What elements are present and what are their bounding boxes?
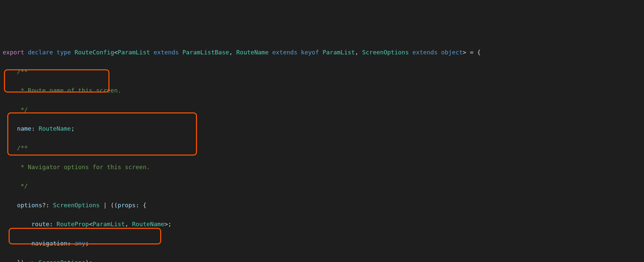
comment-line: */	[3, 181, 641, 191]
keyword-keyof: keyof	[301, 49, 319, 56]
code-line: }) => ScreenOptions);	[3, 258, 641, 262]
type-ref: ParamList	[323, 49, 355, 56]
type-ref: ParamList	[93, 221, 125, 228]
property-name: options	[17, 202, 42, 209]
generic-param: ParamList	[118, 49, 150, 56]
punct: > = {	[463, 49, 481, 56]
keyword-object: object	[441, 49, 463, 56]
keyword-type: type	[57, 49, 71, 56]
generic-param: RouteName	[236, 49, 269, 56]
keyword-extends: extends	[413, 49, 438, 56]
property-name: navigation	[32, 240, 67, 247]
type-identifier: RouteConfig	[75, 49, 114, 56]
type-ref: ScreenOptions	[38, 259, 85, 262]
keyword-export: export	[3, 49, 24, 56]
code-line: navigation: any;	[3, 239, 641, 248]
code-line: options?: ScreenOptions | ((props: {	[3, 201, 641, 210]
code-line: export declare type RouteConfig<ParamLis…	[3, 48, 641, 57]
keyword-any: any	[75, 240, 86, 247]
type-ref: RouteName	[38, 125, 71, 132]
comment-line: /**	[3, 67, 641, 77]
arrow-operator: =>	[28, 259, 35, 262]
type-ref: ScreenOptions	[53, 202, 100, 209]
type-ref: RouteProp	[57, 221, 89, 228]
keyword-extends: extends	[272, 49, 297, 56]
code-editor[interactable]: export declare type RouteConfig<ParamLis…	[0, 38, 644, 262]
code-line: route: RouteProp<ParamList, RouteName>;	[3, 220, 641, 229]
generic-param: ScreenOptions	[362, 49, 409, 56]
param-name: props	[118, 202, 136, 209]
property-name: route	[32, 221, 49, 228]
property-name: name	[17, 125, 31, 132]
keyword-extends: extends	[154, 49, 179, 56]
type-ref: ParamListBase	[182, 49, 229, 56]
comment-line: */	[3, 105, 641, 115]
type-ref: RouteName	[132, 221, 164, 228]
comment-line: * Navigator options for this screen.	[3, 163, 641, 172]
code-line: name: RouteName;	[3, 124, 641, 134]
comment-line: * Route name of this screen.	[3, 86, 641, 96]
keyword-declare: declare	[28, 49, 53, 56]
comment-line: /**	[3, 143, 641, 153]
